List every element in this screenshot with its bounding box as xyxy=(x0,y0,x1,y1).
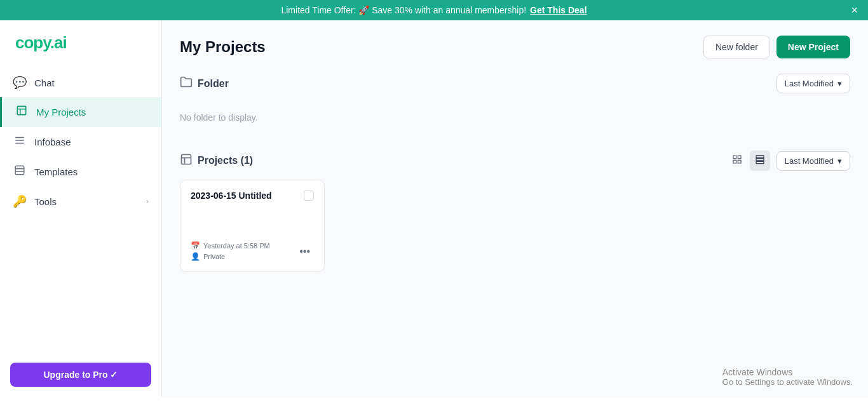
card-more-button[interactable]: ••• xyxy=(295,245,314,258)
projects-section: Projects (1) Last Modified ▾ xyxy=(180,151,850,272)
svg-rect-9 xyxy=(182,154,191,164)
svg-rect-12 xyxy=(733,156,736,159)
sidebar-item-infobase-label: Infobase xyxy=(34,137,71,147)
sidebar-item-templates[interactable]: Templates xyxy=(0,157,161,187)
sort-chevron-down-icon: ▾ xyxy=(837,156,842,166)
new-folder-button[interactable]: New folder xyxy=(703,36,770,58)
infobase-icon xyxy=(13,135,27,149)
page-title: My Projects xyxy=(180,38,266,56)
folder-section: Folder Last Modified ▾ No folder to disp… xyxy=(180,74,850,133)
nav-menu: 💬 Chat My Projects Infobase xyxy=(0,68,161,352)
sidebar-item-tools-label: Tools xyxy=(34,196,57,207)
folder-empty-state: No folder to display. xyxy=(180,102,850,133)
folder-title-text: Folder xyxy=(198,78,229,90)
promo-banner: Limited Time Offer: 🚀 Save 30% with an a… xyxy=(0,0,868,20)
projects-icon xyxy=(180,153,193,169)
project-card-top: 2023-06-15 Untitled xyxy=(191,191,314,201)
folder-icon xyxy=(180,76,193,91)
tools-icon: 🔑 xyxy=(13,194,27,208)
projects-grid: 2023-06-15 Untitled 📅 Yesterday at 5:58 … xyxy=(180,180,850,272)
get-deal-link[interactable]: Get This Deal xyxy=(530,5,587,15)
sidebar-item-templates-label: Templates xyxy=(34,166,78,177)
svg-rect-17 xyxy=(756,159,764,161)
sidebar-item-chat[interactable]: 💬 Chat xyxy=(0,68,161,97)
new-project-button[interactable]: New Project xyxy=(776,36,850,58)
sidebar-item-my-projects-label: My Projects xyxy=(36,107,86,117)
page-header: My Projects New folder New Project xyxy=(180,36,850,58)
sidebar-item-tools[interactable]: 🔑 Tools › xyxy=(0,187,161,216)
projects-title-text: Projects (1) xyxy=(198,155,253,166)
header-actions: New folder New Project xyxy=(703,36,850,58)
upgrade-button-label: Upgrade to Pro ✓ xyxy=(43,370,118,380)
sidebar-item-infobase[interactable]: Infobase xyxy=(0,127,161,157)
card-date-text: Yesterday at 5:58 PM xyxy=(203,242,270,250)
svg-rect-13 xyxy=(738,156,741,159)
projects-sort-dropdown[interactable]: Last Modified ▾ xyxy=(776,151,850,171)
svg-rect-18 xyxy=(756,161,764,163)
svg-rect-15 xyxy=(738,160,741,163)
folder-section-title: Folder xyxy=(180,76,229,91)
card-meta: 📅 Yesterday at 5:58 PM 👤 Private xyxy=(191,241,270,261)
project-card-footer: 📅 Yesterday at 5:58 PM 👤 Private ••• xyxy=(191,241,314,261)
view-toggle xyxy=(727,151,770,171)
logo-text: copy.ai xyxy=(15,33,67,52)
grid-view-button[interactable] xyxy=(750,151,770,171)
main-content: My Projects New folder New Project Folde… xyxy=(162,20,868,397)
logo: copy.ai xyxy=(0,20,161,68)
upgrade-to-pro-button[interactable]: Upgrade to Pro ✓ xyxy=(10,363,151,387)
banner-text: Limited Time Offer: 🚀 Save 30% with an a… xyxy=(281,5,526,15)
chat-icon: 💬 xyxy=(13,76,27,90)
svg-rect-6 xyxy=(15,166,24,175)
card-privacy: 👤 Private xyxy=(191,252,270,261)
projects-section-header: Projects (1) Last Modified ▾ xyxy=(180,151,850,171)
projects-sort-label: Last Modified xyxy=(785,156,834,166)
svg-rect-16 xyxy=(756,156,764,157)
projects-controls: Last Modified ▾ xyxy=(727,151,850,171)
templates-icon xyxy=(13,164,27,179)
card-date: 📅 Yesterday at 5:58 PM xyxy=(191,241,270,250)
calendar-icon: 📅 xyxy=(191,241,200,250)
svg-rect-14 xyxy=(733,160,736,163)
app-layout: copy.ai 💬 Chat My Projects Infobase xyxy=(0,20,868,397)
projects-section-title: Projects (1) xyxy=(180,153,253,169)
my-projects-icon xyxy=(15,105,29,119)
folder-sort-dropdown[interactable]: Last Modified ▾ xyxy=(776,74,850,93)
sidebar: copy.ai 💬 Chat My Projects Infobase xyxy=(0,20,162,397)
card-privacy-text: Private xyxy=(203,253,225,260)
project-card-checkbox[interactable] xyxy=(304,191,314,201)
list-view-button[interactable] xyxy=(727,151,747,171)
person-icon: 👤 xyxy=(191,252,200,261)
sidebar-item-chat-label: Chat xyxy=(34,77,55,88)
folder-section-header: Folder Last Modified ▾ xyxy=(180,74,850,93)
sidebar-item-my-projects[interactable]: My Projects xyxy=(0,97,161,127)
close-banner-button[interactable]: × xyxy=(851,4,858,16)
svg-rect-0 xyxy=(17,106,26,115)
folder-sort-label: Last Modified xyxy=(785,79,834,88)
project-card[interactable]: 2023-06-15 Untitled 📅 Yesterday at 5:58 … xyxy=(180,180,325,272)
sidebar-bottom: Upgrade to Pro ✓ xyxy=(0,352,161,397)
project-card-title: 2023-06-15 Untitled xyxy=(191,191,304,201)
chevron-down-icon: ▾ xyxy=(837,79,842,88)
chevron-right-icon: › xyxy=(146,197,149,206)
